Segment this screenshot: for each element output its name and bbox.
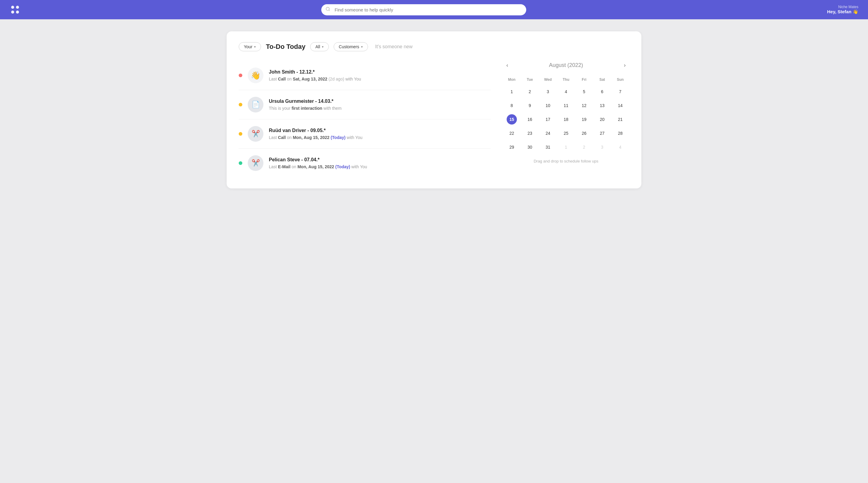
task-detail: Last Call on Sat, Aug 13, 2022 (2d ago) … — [269, 77, 491, 82]
avatar: ✂️ — [248, 155, 264, 171]
user-info: Niche Mates Hey, Stefan 👋 — [827, 5, 858, 14]
task-detail: Last E-Mail on Mon, Aug 15, 2022 (Today)… — [269, 164, 491, 169]
task-item[interactable]: ✂️ Ruüd van Driver - 09.05.* Last Call o… — [239, 119, 491, 149]
calendar-next-button[interactable]: › — [621, 61, 628, 70]
task-list: 👋 John Smith - 12.12.* Last Call on Sat,… — [239, 61, 491, 178]
calendar-day[interactable]: 29 — [503, 140, 521, 154]
calendar-day[interactable]: 19 — [575, 113, 593, 126]
chevron-down-icon: ▾ — [322, 45, 324, 49]
calendar-day[interactable]: 18 — [557, 113, 575, 126]
chevron-down-icon: ▾ — [254, 45, 256, 49]
toolbar: Your ▾ To-Do Today All ▾ Customers ▾ It'… — [239, 42, 629, 51]
calendar-day[interactable]: 23 — [521, 126, 539, 140]
your-filter-button[interactable]: Your ▾ — [239, 42, 261, 51]
user-greeting: Hey, Stefan 👋 — [827, 9, 858, 14]
task-name: Ursula Gurnmeister - 14.03.* — [269, 99, 491, 104]
calendar-day[interactable]: 3 — [539, 85, 557, 99]
weekday-thu: Thu — [557, 76, 575, 85]
calendar-day[interactable]: 31 — [539, 140, 557, 154]
calendar-day[interactable]: 22 — [503, 126, 521, 140]
svg-point-0 — [11, 6, 14, 9]
weekday-wed: Wed — [539, 76, 557, 85]
all-filter-button[interactable]: All ▾ — [310, 42, 329, 51]
header: Niche Mates Hey, Stefan 👋 — [0, 0, 868, 19]
task-info: Ursula Gurnmeister - 14.03.* This is you… — [269, 99, 491, 111]
calendar-day[interactable]: 4 — [611, 140, 629, 154]
task-info: John Smith - 12.12.* Last Call on Sat, A… — [269, 69, 491, 82]
calendar-day[interactable]: 10 — [539, 99, 557, 113]
main-content: Your ▾ To-Do Today All ▾ Customers ▾ It'… — [217, 19, 651, 201]
svg-point-2 — [11, 10, 14, 13]
task-item[interactable]: 👋 John Smith - 12.12.* Last Call on Sat,… — [239, 61, 491, 90]
calendar-day[interactable]: 1 — [503, 85, 521, 99]
weekday-tue: Tue — [521, 76, 539, 85]
page-title: To-Do Today — [266, 43, 305, 51]
calendar-day[interactable]: 26 — [575, 126, 593, 140]
calendar-day[interactable]: 4 — [557, 85, 575, 99]
task-name: Ruüd van Driver - 09.05.* — [269, 128, 491, 133]
main-card: Your ▾ To-Do Today All ▾ Customers ▾ It'… — [227, 31, 641, 188]
calendar-day[interactable]: 5 — [575, 85, 593, 99]
calendar-day[interactable]: 9 — [521, 99, 539, 113]
status-dot-yellow — [239, 103, 242, 107]
calendar-day[interactable]: 2 — [575, 140, 593, 154]
avatar: 👋 — [248, 67, 264, 83]
calendar-day[interactable]: 28 — [611, 126, 629, 140]
weekday-mon: Mon — [503, 76, 521, 85]
calendar-day[interactable]: 8 — [503, 99, 521, 113]
task-name: John Smith - 12.12.* — [269, 69, 491, 75]
task-detail: Last Call on Mon, Aug 15, 2022 (Today) w… — [269, 135, 491, 140]
calendar-day[interactable]: 7 — [611, 85, 629, 99]
calendar-day[interactable]: 24 — [539, 126, 557, 140]
svg-point-1 — [16, 6, 19, 9]
task-info: Ruüd van Driver - 09.05.* Last Call on M… — [269, 128, 491, 140]
chevron-down-icon: ▾ — [361, 45, 363, 49]
status-dot-yellow — [239, 132, 242, 136]
logo — [10, 4, 21, 15]
calendar-day[interactable]: 21 — [611, 113, 629, 126]
calendar-day[interactable]: 17 — [539, 113, 557, 126]
calendar: ‹ August (2022) › Mon Tue Wed Thu — [503, 61, 629, 178]
status-dot-red — [239, 73, 242, 77]
new-label: It's someone new — [375, 44, 412, 50]
search-icon — [326, 7, 330, 13]
content-area: 👋 John Smith - 12.12.* Last Call on Sat,… — [239, 61, 629, 178]
task-name: Pelican Steve - 07.04.* — [269, 157, 491, 162]
task-item[interactable]: ✂️ Pelican Steve - 07.04.* Last E-Mail o… — [239, 149, 491, 178]
avatar: ✂️ — [248, 126, 264, 142]
calendar-day[interactable]: 27 — [593, 126, 611, 140]
company-name: Niche Mates — [827, 5, 858, 9]
task-info: Pelican Steve - 07.04.* Last E-Mail on M… — [269, 157, 491, 169]
calendar-day[interactable]: 13 — [593, 99, 611, 113]
weekday-sun: Sun — [611, 76, 629, 85]
status-dot-green — [239, 161, 242, 165]
calendar-day[interactable]: 2 — [521, 85, 539, 99]
task-item[interactable]: 📄 Ursula Gurnmeister - 14.03.* This is y… — [239, 90, 491, 119]
calendar-day[interactable]: 20 — [593, 113, 611, 126]
svg-point-4 — [326, 7, 330, 10]
customers-filter-button[interactable]: Customers ▾ — [334, 42, 368, 51]
calendar-day[interactable]: 1 — [557, 140, 575, 154]
search-input[interactable] — [321, 4, 526, 16]
weekday-fri: Fri — [575, 76, 593, 85]
calendar-day[interactable]: 14 — [611, 99, 629, 113]
weekday-sat: Sat — [593, 76, 611, 85]
calendar-hint: Drag and drop to schedule follow ups — [503, 159, 629, 163]
avatar: 📄 — [248, 97, 264, 113]
calendar-day[interactable]: 12 — [575, 99, 593, 113]
calendar-day[interactable]: 15 — [503, 113, 521, 126]
calendar-header: ‹ August (2022) › — [503, 61, 629, 70]
svg-point-3 — [16, 10, 19, 13]
calendar-prev-button[interactable]: ‹ — [504, 61, 510, 70]
calendar-day[interactable]: 16 — [521, 113, 539, 126]
calendar-title: August (2022) — [549, 62, 583, 68]
calendar-day[interactable]: 6 — [593, 85, 611, 99]
calendar-day[interactable]: 11 — [557, 99, 575, 113]
search-bar — [321, 4, 526, 16]
calendar-day[interactable]: 30 — [521, 140, 539, 154]
calendar-grid: Mon Tue Wed Thu Fri Sat Sun 123456789101… — [503, 76, 629, 154]
calendar-day[interactable]: 25 — [557, 126, 575, 140]
calendar-day[interactable]: 3 — [593, 140, 611, 154]
task-detail: This is your first interaction with them — [269, 106, 491, 111]
